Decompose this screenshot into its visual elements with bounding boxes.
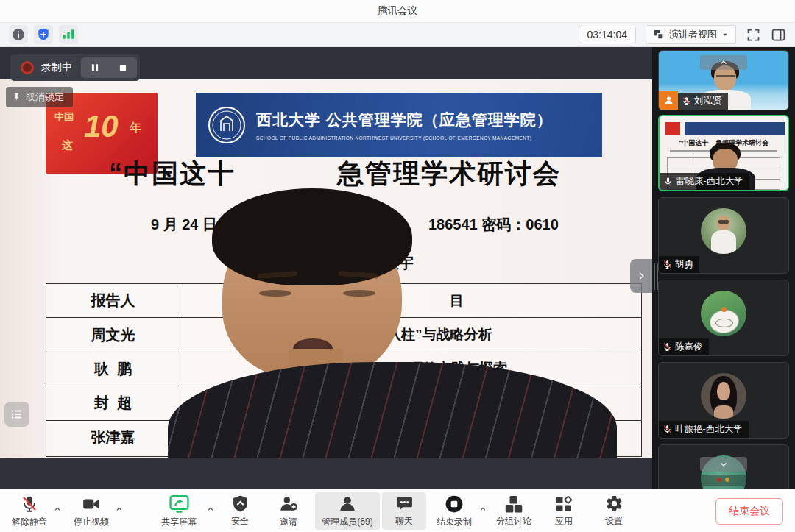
mic-muted-icon — [662, 342, 672, 352]
bottom-toolbar: 解除静音 停止视频 共享屏幕 安全 邀请 管理成员(69) — [0, 489, 795, 532]
chevron-up-icon — [478, 506, 487, 513]
participant-tile-4[interactable]: 陈嘉俊 — [658, 280, 789, 356]
slide-meeting-no-fragment: 186541 密码：0610 — [428, 215, 559, 235]
chevron-down-icon — [721, 31, 729, 38]
avatar — [701, 208, 746, 254]
unmute-button[interactable]: 解除静音 — [9, 492, 50, 530]
chevron-up-icon — [206, 506, 215, 513]
signal-bars-icon — [61, 27, 76, 42]
chat-button[interactable]: 聊天 — [382, 492, 426, 530]
invite-person-icon — [279, 494, 298, 514]
unpin-label: 取消锁定 — [26, 91, 64, 104]
floating-list-button[interactable] — [4, 402, 29, 427]
end-meeting-button[interactable]: 结束会议 — [716, 498, 783, 525]
mic-muted-icon — [662, 260, 672, 269]
mic-muted-icon — [682, 96, 691, 106]
university-name-cn: 西北大学 公共管理学院（应急管理学院） — [256, 110, 553, 130]
security-status-button[interactable] — [34, 25, 53, 44]
participant-name-label: 刘泓贤 — [678, 93, 728, 110]
avatar — [701, 291, 746, 336]
meeting-timer: 03:14:04 — [579, 26, 637, 43]
list-icon — [10, 408, 24, 421]
chat-bubble-icon — [395, 494, 414, 513]
university-name-en: SCHOOL OF PUBLIC ADMINISTRATION NORTHWES… — [256, 135, 553, 141]
participants-sidebar: 刘泓贤 “中国这十 急管理学术研讨会 雷晓康-西北大学 — [652, 47, 795, 489]
slide-title-right: 急管理学术研讨会 — [337, 156, 561, 192]
collapse-sidebar-tab[interactable] — [630, 259, 652, 293]
main-video-stage: 中国 这 10 年 西北大学 公共管理学院（应急管理学院） SCHOOL OF … — [0, 47, 652, 489]
unpin-video-button[interactable]: 取消锁定 — [6, 87, 73, 107]
mic-muted-icon — [20, 494, 39, 514]
share-screen-button[interactable]: 共享屏幕 — [152, 492, 205, 530]
participant-tile-5[interactable]: 叶旅艳-西北大学 — [658, 362, 789, 439]
end-recording-button[interactable]: 结束录制 — [433, 492, 476, 530]
chevron-down-icon — [718, 460, 729, 469]
participant-name-label: 雷晓康-西北大学 — [660, 173, 749, 190]
window-title-bar: 腾讯会议 — [0, 0, 795, 22]
recording-options-caret[interactable] — [478, 503, 487, 516]
top-toolbar-right: 03:14:04 演讲者视图 — [579, 25, 787, 44]
glasses — [716, 75, 735, 82]
view-mode-selector[interactable]: 演讲者视图 — [646, 25, 736, 44]
participant-name-label: 陈嘉俊 — [659, 338, 709, 355]
tencent-meeting-window: 腾讯会议 03:14:04 演讲者视图 — [0, 0, 795, 532]
slide-title: “中国这十 急管理学术研讨会 — [0, 156, 652, 188]
breakout-rooms-button[interactable]: 分组讨论 — [490, 492, 537, 530]
manage-members-button[interactable]: 管理成员(69) — [315, 492, 380, 530]
pin-icon — [12, 93, 21, 102]
participant-tile-6[interactable] — [658, 444, 789, 489]
invite-button[interactable]: 邀请 — [269, 492, 308, 530]
top-toolbar: 03:14:04 演讲者视图 — [0, 22, 795, 47]
recording-status-label: 录制中 — [41, 61, 72, 74]
gear-icon — [605, 494, 623, 513]
participant-name-label: 胡勇 — [659, 256, 699, 273]
network-signal-button[interactable] — [59, 25, 78, 44]
university-emblem-icon — [206, 104, 247, 146]
pause-recording-button[interactable] — [81, 57, 109, 78]
scroll-down-button[interactable] — [700, 457, 747, 472]
fullscreen-icon — [746, 27, 761, 43]
slide-date-fragment: 9 月 24 日 — [151, 215, 217, 235]
recording-status-pill: 录制中 — [10, 54, 140, 81]
sunglasses — [718, 220, 729, 224]
apps-button[interactable]: 应用 — [545, 492, 583, 530]
record-dot-icon — [21, 61, 34, 74]
shield-plus-icon — [36, 27, 51, 42]
stop-record-icon — [445, 494, 464, 514]
video-options-caret[interactable] — [115, 503, 124, 516]
fullscreen-button[interactable] — [746, 27, 761, 43]
scroll-up-button[interactable] — [700, 55, 747, 70]
chevron-right-icon — [636, 271, 646, 281]
participant-name-label: 叶旅艳-西北大学 — [659, 421, 749, 438]
breakout-blocks-icon — [505, 495, 523, 513]
mic-options-caret[interactable] — [53, 503, 62, 516]
participant-tile-1[interactable]: 刘泓贤 — [658, 50, 789, 110]
speaker-video-frame: 中国 这 10 年 西北大学 公共管理学院（应急管理学院） SCHOOL OF … — [0, 79, 652, 458]
pause-icon — [90, 63, 100, 73]
chevron-up-icon — [115, 506, 124, 513]
role-badge — [659, 91, 678, 110]
view-mode-label: 演讲者视图 — [669, 28, 717, 41]
stop-icon — [118, 63, 128, 73]
participant-tile-3[interactable]: 胡勇 — [658, 197, 789, 274]
person-icon — [338, 494, 357, 514]
chevron-up-icon — [53, 506, 62, 513]
app-title: 腾讯会议 — [378, 4, 417, 18]
security-shield-icon — [231, 494, 250, 513]
person-icon — [663, 95, 674, 106]
settings-button[interactable]: 设置 — [595, 492, 633, 530]
meeting-info-button[interactable] — [9, 25, 28, 44]
speaker-view-icon — [653, 29, 665, 40]
participant-tile-2-active[interactable]: “中国这十 急管理学术研讨会 雷晓康-西北大学 — [658, 115, 789, 191]
chevron-up-icon — [718, 58, 729, 67]
info-icon — [11, 27, 26, 42]
stop-video-button[interactable]: 停止视频 — [71, 492, 112, 530]
avatar — [701, 373, 746, 419]
stop-recording-button[interactable] — [109, 57, 137, 78]
slide-university-banner: 西北大学 公共管理学院（应急管理学院） SCHOOL OF PUBLIC ADM… — [196, 93, 602, 157]
side-panel-toggle-button[interactable] — [771, 27, 786, 43]
security-button[interactable]: 安全 — [221, 492, 259, 530]
camera-icon — [82, 494, 101, 514]
share-options-caret[interactable] — [206, 503, 215, 516]
side-panel-icon — [771, 27, 786, 43]
